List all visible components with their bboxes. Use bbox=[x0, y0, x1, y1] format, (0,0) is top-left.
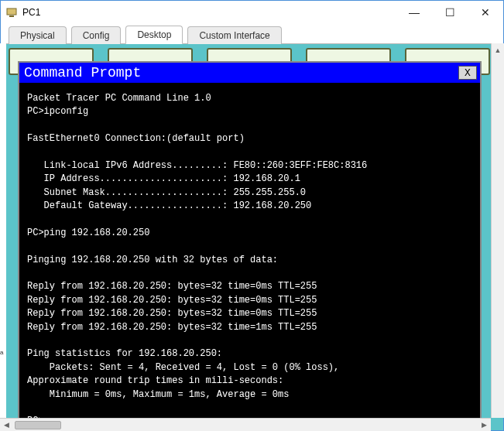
tab-desktop[interactable]: Desktop bbox=[125, 26, 183, 44]
command-prompt-title: Command Prompt bbox=[24, 65, 458, 80]
tab-custom-interface[interactable]: Custom Interface bbox=[187, 26, 281, 44]
command-prompt-titlebar: Command Prompt X bbox=[19, 63, 480, 83]
scroll-thumb[interactable] bbox=[15, 421, 61, 429]
close-button[interactable]: ✕ bbox=[468, 1, 503, 24]
command-prompt-close-button[interactable]: X bbox=[458, 66, 477, 80]
pc-icon bbox=[5, 6, 18, 19]
maximize-button[interactable]: ☐ bbox=[432, 1, 468, 24]
desktop-workarea: Command Prompt X Packet Tracer PC Comman… bbox=[1, 44, 503, 430]
vertical-scrollbar[interactable]: ▲ bbox=[491, 43, 504, 418]
app-window: PC1 — ☐ ✕ Physical Config Desktop Custom… bbox=[0, 0, 504, 431]
left-strip-letter: a bbox=[0, 349, 6, 356]
titlebar: PC1 — ☐ ✕ bbox=[1, 1, 503, 24]
tab-bar: Physical Config Desktop Custom Interface bbox=[1, 24, 503, 44]
tab-config[interactable]: Config bbox=[71, 26, 122, 44]
minimize-button[interactable]: — bbox=[396, 1, 432, 24]
tab-physical[interactable]: Physical bbox=[9, 26, 67, 44]
scroll-right-icon[interactable]: ▶ bbox=[478, 419, 491, 431]
command-prompt-window: Command Prompt X Packet Tracer PC Comman… bbox=[18, 61, 482, 424]
horizontal-scrollbar[interactable]: ◀ ▶ bbox=[0, 418, 491, 431]
terminal-output[interactable]: Packet Tracer PC Command Line 1.0 PC>ipc… bbox=[19, 83, 480, 422]
window-title: PC1 bbox=[22, 7, 40, 18]
scroll-up-icon[interactable]: ▲ bbox=[492, 43, 504, 56]
svg-rect-0 bbox=[7, 9, 16, 15]
scroll-left-icon[interactable]: ◀ bbox=[0, 419, 13, 431]
svg-rect-1 bbox=[9, 15, 14, 17]
left-edge-strip: a bbox=[0, 43, 6, 418]
